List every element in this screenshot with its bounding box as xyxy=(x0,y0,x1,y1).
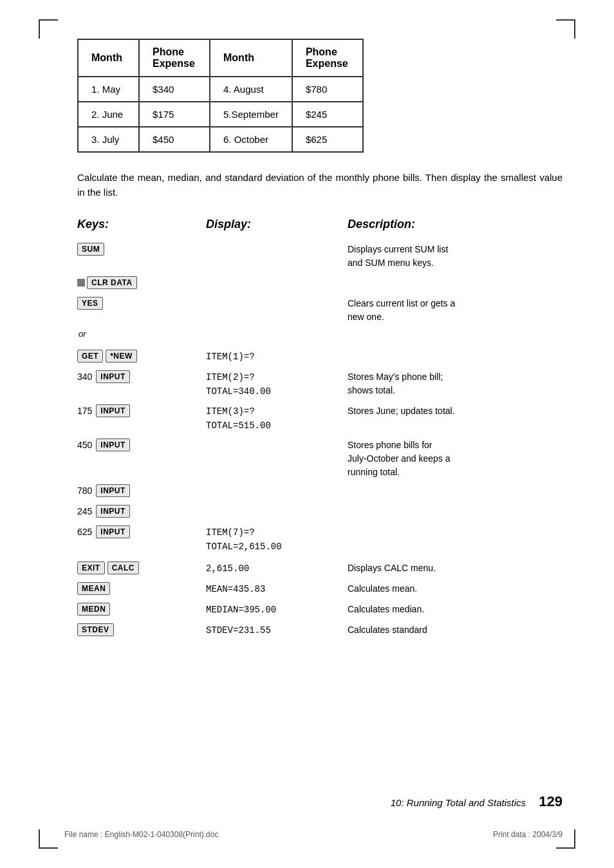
corner-top-left xyxy=(39,19,58,39)
month1-row3: 3. July xyxy=(78,127,139,152)
keyboard-section: Keys: Display: Description: SUM Displays… xyxy=(77,218,575,640)
keys-mean: MEAN xyxy=(77,581,206,596)
phone2-row3: $625 xyxy=(292,127,363,152)
table-row: 2. June $175 5.September $245 xyxy=(78,102,363,127)
stdev-key[interactable]: STDEV xyxy=(77,623,114,636)
desc-245input xyxy=(348,504,575,506)
month1-row1: 1. May xyxy=(78,77,139,102)
keys-yes: YES xyxy=(77,296,206,311)
table-row: 3. July $450 6. October $625 xyxy=(78,127,363,152)
keys-sum: SUM xyxy=(77,241,206,257)
num-450: 450 xyxy=(77,440,92,450)
display-yes xyxy=(206,296,348,298)
clr-icon xyxy=(77,279,85,287)
display-clrdata xyxy=(206,275,348,278)
or-label: or xyxy=(79,329,86,339)
display-450input xyxy=(206,437,348,440)
input-key-4[interactable]: INPUT xyxy=(96,484,130,497)
desc-clrdata xyxy=(348,275,575,278)
kbd-row-340input: 340 INPUT ITEM(2)=?TOTAL=340.00 Stores M… xyxy=(77,369,575,401)
kbd-row-175input: 175 INPUT ITEM(3)=?TOTAL=515.00 Stores J… xyxy=(77,403,575,435)
keys-625input: 625 INPUT xyxy=(77,524,206,540)
kbd-row-stdev: STDEV STDEV=231.55 Calculates standard xyxy=(77,622,575,640)
display-mean: MEAN=435.83 xyxy=(206,581,348,598)
phone1-row2: $175 xyxy=(139,102,210,127)
month1-row2: 2. June xyxy=(78,102,139,127)
medn-key[interactable]: MEDN xyxy=(77,603,110,616)
num-340: 340 xyxy=(77,372,92,382)
display-exitcalc: 2,615.00 xyxy=(206,560,348,577)
display-or xyxy=(206,328,348,330)
display-medn: MEDIAN=395.00 xyxy=(206,601,348,618)
display-getnew: ITEM(1)=? xyxy=(206,348,348,365)
table-row: 1. May $340 4. August $780 xyxy=(78,77,363,102)
chapter-title: 10: Running Total and Statistics xyxy=(391,797,526,808)
keys-getnew: GET *NEW xyxy=(77,348,206,364)
desc-340input: Stores May's phone bill;shows total. xyxy=(348,369,575,399)
page-footer: File name : English-M02-1-040308(Print).… xyxy=(0,830,614,839)
col-header-month1: Month xyxy=(78,39,139,77)
kbd-row-getnew: GET *NEW ITEM(1)=? xyxy=(77,348,575,366)
kbd-row-245input: 245 INPUT xyxy=(77,504,575,522)
mean-key[interactable]: MEAN xyxy=(77,582,110,595)
keys-exitcalc: EXIT CALC xyxy=(77,560,206,576)
num-780: 780 xyxy=(77,486,92,496)
input-key-5[interactable]: INPUT xyxy=(96,505,130,518)
kbd-row-sum: SUM Displays current SUM listand SUM men… xyxy=(77,241,575,271)
input-key-3[interactable]: INPUT xyxy=(96,439,130,451)
section-header: Keys: Display: Description: xyxy=(77,218,575,231)
header-keys: Keys: xyxy=(77,218,206,231)
col-header-month2: Month xyxy=(210,39,292,77)
display-780input xyxy=(206,483,348,486)
col-header-phone1: PhoneExpense xyxy=(139,39,210,77)
exit-key[interactable]: EXIT xyxy=(77,561,105,574)
input-key-2[interactable]: INPUT xyxy=(96,404,130,417)
desc-450input: Stores phone bills forJuly-October and k… xyxy=(348,437,575,480)
new-key[interactable]: *NEW xyxy=(106,350,137,363)
display-175input: ITEM(3)=?TOTAL=515.00 xyxy=(206,403,348,435)
input-key-6[interactable]: INPUT xyxy=(96,525,130,538)
desc-yes: Clears current list or gets anew one. xyxy=(348,296,575,325)
display-625input: ITEM(7)=?TOTAL=2,615.00 xyxy=(206,524,348,556)
input-key-1[interactable]: INPUT xyxy=(96,370,130,383)
sum-key[interactable]: SUM xyxy=(77,243,104,256)
desc-625input xyxy=(348,524,575,527)
kbd-row-medn: MEDN MEDIAN=395.00 Calculates median. xyxy=(77,601,575,619)
display-245input xyxy=(206,504,348,506)
desc-or xyxy=(348,328,575,330)
display-stdev: STDEV=231.55 xyxy=(206,622,348,639)
desc-mean: Calculates mean. xyxy=(348,581,575,597)
clr-data-key[interactable]: CLR DATA xyxy=(87,276,137,289)
corner-top-right xyxy=(556,19,575,39)
kbd-row-625input: 625 INPUT ITEM(7)=?TOTAL=2,615.00 xyxy=(77,524,575,556)
yes-key[interactable]: YES xyxy=(77,297,103,310)
desc-780input xyxy=(348,483,575,486)
month2-row2: 5.September xyxy=(210,102,292,127)
display-sum xyxy=(206,241,348,244)
keys-stdev: STDEV xyxy=(77,622,206,637)
kbd-row-exitcalc: EXIT CALC 2,615.00 Displays CALC menu. xyxy=(77,560,575,578)
phone1-row3: $450 xyxy=(139,127,210,152)
num-245: 245 xyxy=(77,506,92,516)
chapter-footer: 10: Running Total and Statistics 129 xyxy=(391,793,563,810)
keys-780input: 780 INPUT xyxy=(77,483,206,498)
display-340input: ITEM(2)=?TOTAL=340.00 xyxy=(206,369,348,401)
keys-medn: MEDN xyxy=(77,601,206,617)
keys-or: or xyxy=(77,328,206,340)
get-key[interactable]: GET xyxy=(77,350,103,363)
kbd-row-mean: MEAN MEAN=435.83 Calculates mean. xyxy=(77,581,575,599)
calc-key[interactable]: CALC xyxy=(107,561,139,574)
phone2-row1: $780 xyxy=(292,77,363,102)
kbd-row-780input: 780 INPUT xyxy=(77,483,575,501)
header-description: Description: xyxy=(348,218,575,231)
print-data: Print data : 2004/3/9 xyxy=(493,830,563,839)
phone1-row1: $340 xyxy=(139,77,210,102)
filename: File name : English-M02-1-040308(Print).… xyxy=(64,830,218,839)
keys-340input: 340 INPUT xyxy=(77,369,206,384)
kbd-row-450input: 450 INPUT Stores phone bills forJuly-Oct… xyxy=(77,437,575,480)
num-175: 175 xyxy=(77,406,92,416)
month2-row3: 6. October xyxy=(210,127,292,152)
keys-175input: 175 INPUT xyxy=(77,403,206,419)
kbd-row-clrdata: CLR DATA xyxy=(77,275,575,293)
kbd-row-yes: YES Clears current list or gets anew one… xyxy=(77,296,575,325)
